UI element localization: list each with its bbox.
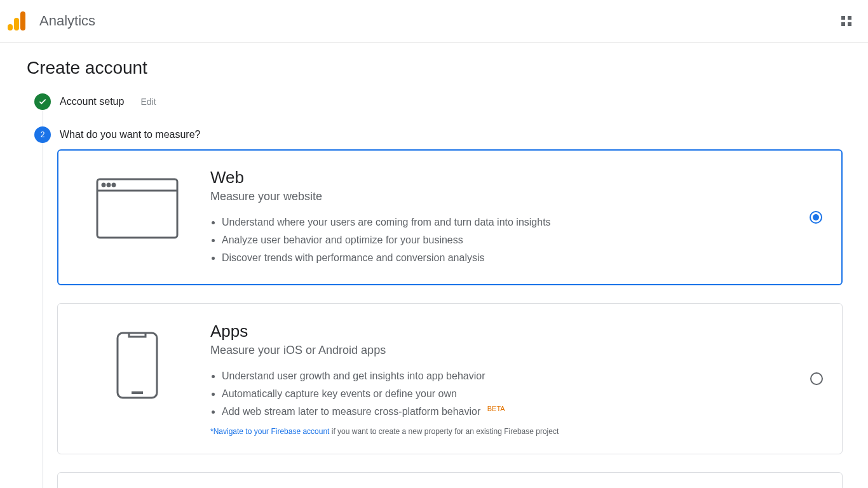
main-content: Create account Account setup Edit 2 What… xyxy=(0,43,868,488)
header-left: Analytics xyxy=(8,11,95,30)
option-card-apps[interactable]: Apps Measure your iOS or Android apps Un… xyxy=(57,303,843,454)
option-web-title: Web xyxy=(210,168,823,187)
option-web-radio-wrap xyxy=(810,211,822,224)
firebase-suffix: if you want to create a new property for… xyxy=(329,427,559,436)
step-2-circle-active: 2 xyxy=(34,126,51,143)
option-web-bullet: Analyze user behavior and optimize for y… xyxy=(222,231,823,249)
option-apps-bullet: Add web stream later to measure cross-pl… xyxy=(222,403,823,421)
option-apps-bullet-text: Add web stream later to measure cross-pl… xyxy=(222,406,480,417)
option-apps-bullet: Understand user growth and get insights … xyxy=(222,367,823,385)
radio-unselected[interactable] xyxy=(810,372,823,385)
option-web-bullet: Understand where your users are coming f… xyxy=(222,214,823,231)
stepper-line xyxy=(43,111,43,488)
svg-rect-5 xyxy=(118,333,157,398)
option-apps-bullets: Understand user growth and get insights … xyxy=(210,367,823,421)
step-1-edit-link[interactable]: Edit xyxy=(140,97,156,107)
option-apps-radio-wrap xyxy=(810,372,823,385)
radio-selected[interactable] xyxy=(810,211,822,224)
firebase-note: *Navigate to your Firebase account if yo… xyxy=(210,427,823,436)
option-apps-body: Apps Measure your iOS or Android apps Un… xyxy=(210,322,823,436)
apps-grid-icon[interactable] xyxy=(837,12,855,30)
analytics-logo-icon xyxy=(8,11,25,30)
option-web-body: Web Measure your website Understand wher… xyxy=(210,168,823,267)
step-2-row: 2 What do you want to measure? xyxy=(34,126,843,143)
checkmark-icon xyxy=(38,97,47,106)
stepper: Account setup Edit 2 What do you want to… xyxy=(34,93,843,488)
option-card-next[interactable] xyxy=(57,472,843,488)
firebase-link[interactable]: *Navigate to your Firebase account xyxy=(210,427,329,436)
web-browser-icon xyxy=(96,168,179,239)
page-title: Create account xyxy=(27,58,843,78)
option-web-bullets: Understand where your users are coming f… xyxy=(210,214,823,267)
app-title: Analytics xyxy=(39,13,95,29)
option-apps-subtitle: Measure your iOS or Android apps xyxy=(210,344,823,357)
svg-rect-0 xyxy=(97,179,177,238)
option-apps-title: Apps xyxy=(210,322,823,341)
step-2-label: What do you want to measure? xyxy=(60,129,200,140)
option-apps-bullet: Automatically capture key events or defi… xyxy=(222,385,823,403)
phone-icon xyxy=(96,322,179,399)
beta-badge: BETA xyxy=(487,405,505,412)
svg-point-3 xyxy=(107,184,110,186)
option-web-subtitle: Measure your website xyxy=(210,190,823,203)
step-1-circle-completed xyxy=(34,93,51,110)
step-1-label: Account setup xyxy=(60,96,124,107)
svg-point-2 xyxy=(102,184,105,186)
option-card-web[interactable]: Web Measure your website Understand wher… xyxy=(57,149,843,285)
app-header: Analytics xyxy=(0,0,868,43)
step-2-content: Web Measure your website Understand wher… xyxy=(57,143,843,488)
svg-point-4 xyxy=(112,184,115,186)
step-1-row: Account setup Edit xyxy=(34,93,843,110)
option-web-bullet: Discover trends with performance and con… xyxy=(222,249,823,267)
